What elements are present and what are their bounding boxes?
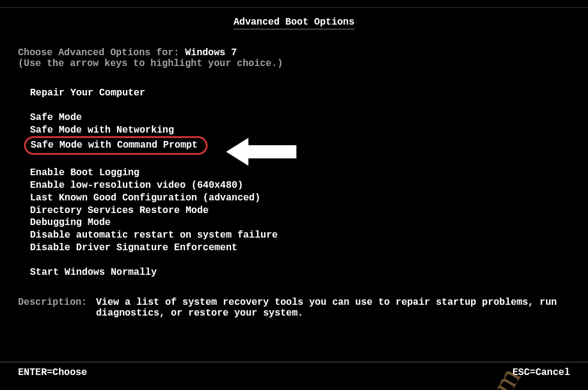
description-text: View a list of system recovery tools you… xyxy=(96,297,588,319)
menu-item-low-res-video[interactable]: Enable low-resolution video (640x480) xyxy=(18,179,570,192)
menu-section-4: Start Windows Normally xyxy=(18,266,570,279)
page-title: Advanced Boot Options xyxy=(233,17,355,29)
description-label: Description: xyxy=(18,297,96,319)
menu-item-last-known-good[interactable]: Last Known Good Configuration (advanced) xyxy=(18,192,570,205)
menu-item-disable-driver-sig[interactable]: Disable Driver Signature Enforcement xyxy=(18,242,570,254)
choose-line: Choose Advanced Options for: Windows 7 xyxy=(18,47,570,58)
menu-section-3: Enable Boot Logging Enable low-resolutio… xyxy=(18,167,570,254)
menu-section-1: Repair Your Computer xyxy=(18,87,570,100)
enter-hint: ENTER=Choose xyxy=(18,367,87,378)
choose-prefix: Choose Advanced Options for: xyxy=(18,47,185,58)
description-section: Description: View a list of system recov… xyxy=(0,297,588,319)
menu-item-safe-mode[interactable]: Safe Mode xyxy=(18,112,570,124)
esc-hint: ESC=Cancel xyxy=(512,367,570,378)
os-name: Windows 7 xyxy=(185,47,236,58)
arrow-icon xyxy=(222,134,300,170)
menu-item-debugging[interactable]: Debugging Mode xyxy=(18,217,570,229)
menu-item-repair[interactable]: Repair Your Computer xyxy=(18,87,570,100)
highlighted-option: Safe Mode with Command Prompt xyxy=(24,136,208,155)
footer-bar: ENTER=Choose ESC=Cancel xyxy=(0,362,588,378)
menu-item-disable-restart[interactable]: Disable automatic restart on system fail… xyxy=(18,229,570,242)
instruction-text: (Use the arrow keys to highlight your ch… xyxy=(18,58,570,69)
annotation-arrow xyxy=(222,134,300,173)
menu-item-start-normally[interactable]: Start Windows Normally xyxy=(18,266,570,279)
menu-item-directory-services[interactable]: Directory Services Restore Mode xyxy=(18,205,570,217)
svg-marker-0 xyxy=(225,137,297,167)
